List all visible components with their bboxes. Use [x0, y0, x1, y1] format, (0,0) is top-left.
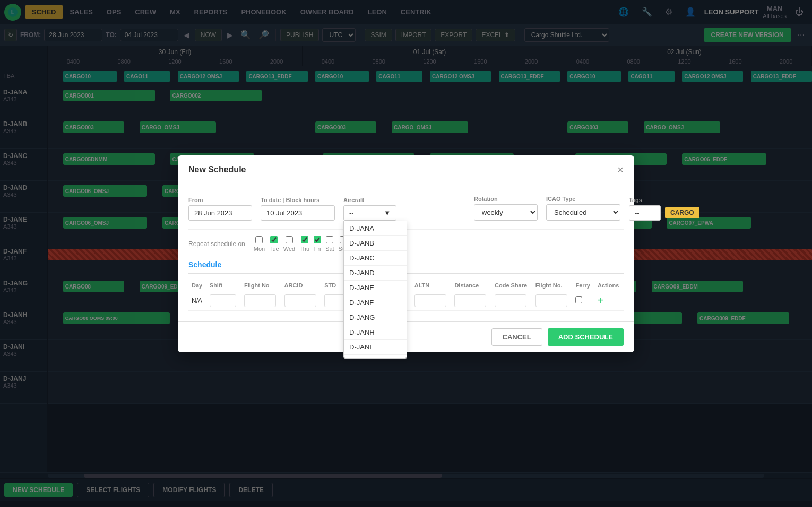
- icao-type-label: ICAO Type: [546, 196, 620, 202]
- to-date-group: To date | Block hours: [261, 197, 335, 221]
- dropdown-option-jane[interactable]: D-JANE: [344, 281, 407, 295]
- col-arcid: ARCID: [281, 280, 322, 291]
- add-schedule-button[interactable]: ADD SCHEDULE: [548, 328, 624, 346]
- dropdown-option-jana[interactable]: D-JANA: [344, 221, 407, 236]
- day-checkbox-tue[interactable]: [270, 236, 278, 243]
- tags-input[interactable]: [629, 205, 661, 221]
- cell-day: N/A: [188, 291, 206, 310]
- code-share-input[interactable]: [495, 294, 526, 307]
- aircraft-dropdown-arrow: ▼: [384, 209, 391, 217]
- modal-body: From To date | Block hours Aircraft -- ▼…: [178, 185, 634, 321]
- aircraft-dropdown-list[interactable]: D-JANA D-JANB D-JANC D-JAND D-JANE D-JAN…: [343, 221, 407, 359]
- col-altn: ALTN: [411, 280, 452, 291]
- col-day: Day: [188, 280, 206, 291]
- day-label-thu: Thu: [299, 246, 309, 252]
- day-check-tue: Tue: [269, 236, 279, 252]
- dropdown-option-jani[interactable]: D-JANI: [344, 340, 407, 355]
- col-shift: Shift: [206, 280, 241, 291]
- rotation-group: Rotation weekly: [474, 196, 538, 221]
- day-checkbox-sat[interactable]: [326, 236, 333, 243]
- to-date-field-label: To date | Block hours: [261, 197, 335, 203]
- cancel-button[interactable]: CANCEL: [491, 328, 542, 346]
- from-field-label: From: [188, 197, 252, 203]
- col-actions: Actions: [594, 280, 624, 291]
- day-checkbox-thu[interactable]: [301, 236, 308, 243]
- cell-ferry: [572, 291, 594, 310]
- dropdown-option-jand[interactable]: D-JAND: [344, 266, 407, 281]
- day-check-thu: Thu: [299, 236, 309, 252]
- dropdown-option-janf[interactable]: D-JANF: [344, 295, 407, 310]
- day-label-tue: Tue: [269, 246, 279, 252]
- aircraft-group: Aircraft -- ▼ D-JANA D-JANB D-JANC D-JAN…: [343, 197, 396, 221]
- day-check-wed: Wed: [283, 236, 295, 252]
- day-label-sat: Sat: [325, 246, 334, 252]
- dropdown-option-janj[interactable]: D-JANJ: [344, 355, 407, 359]
- modal-overlay: New Schedule × From To date | Block hour…: [0, 0, 812, 507]
- tags-label: Tags: [629, 197, 699, 203]
- cell-shift: [206, 291, 241, 310]
- dropdown-option-janb[interactable]: D-JANB: [344, 236, 407, 251]
- modal-close-button[interactable]: ×: [617, 164, 624, 176]
- altn-input[interactable]: [414, 294, 446, 307]
- day-check-mon: Mon: [254, 236, 265, 252]
- col-flight-no: Flight No: [241, 280, 281, 291]
- distance-input[interactable]: [454, 294, 486, 307]
- form-row-1: From To date | Block hours Aircraft -- ▼…: [188, 196, 624, 221]
- add-row-button[interactable]: +: [598, 294, 604, 307]
- ferry-checkbox[interactable]: [575, 296, 582, 303]
- icao-type-select[interactable]: Scheduled: [546, 204, 620, 221]
- day-check-sat: Sat: [325, 236, 334, 252]
- day-check-fri: Fri: [314, 236, 321, 252]
- day-checkbox-fri[interactable]: [314, 236, 321, 243]
- aircraft-selected-value: --: [349, 209, 354, 217]
- rotation-select[interactable]: weekly: [474, 204, 538, 221]
- from-group: From: [188, 197, 252, 221]
- cell-altn: [411, 291, 452, 310]
- tags-group: Tags CARGO: [629, 197, 699, 221]
- day-label-wed: Wed: [283, 246, 295, 252]
- arcid-input[interactable]: [284, 294, 316, 307]
- rotation-label: Rotation: [474, 196, 538, 202]
- dropdown-option-jang[interactable]: D-JANG: [344, 310, 407, 325]
- cell-actions: +: [594, 291, 624, 310]
- new-schedule-modal: New Schedule × From To date | Block hour…: [178, 155, 634, 352]
- cell-flight-no2: [532, 291, 573, 310]
- col-ferry: Ferry: [572, 280, 594, 291]
- col-code-share: Code Share: [491, 280, 532, 291]
- aircraft-field-label: Aircraft: [343, 197, 396, 203]
- day-label-fri: Fri: [314, 246, 321, 252]
- to-date-field[interactable]: [261, 205, 335, 221]
- modal-header: New Schedule ×: [178, 155, 634, 185]
- cell-distance: [451, 291, 491, 310]
- cell-code-share: [491, 291, 532, 310]
- aircraft-dropdown-trigger[interactable]: -- ▼: [343, 205, 396, 221]
- cell-flight-no: [241, 291, 281, 310]
- col-flight-no2: Flight No.: [532, 280, 573, 291]
- shift-input[interactable]: [210, 294, 236, 307]
- cargo-tag: CARGO: [665, 207, 699, 218]
- day-checkbox-mon[interactable]: [255, 236, 263, 243]
- day-checkbox-wed[interactable]: [286, 236, 293, 243]
- day-label-mon: Mon: [254, 246, 265, 252]
- icao-type-group: ICAO Type Scheduled: [546, 196, 620, 221]
- col-distance: Distance: [451, 280, 491, 291]
- flight-no-input[interactable]: [244, 294, 276, 307]
- cell-arcid: [281, 291, 322, 310]
- dropdown-option-janc[interactable]: D-JANC: [344, 251, 407, 266]
- repeat-schedule-label: Repeat schedule on: [188, 240, 245, 248]
- dropdown-option-janh[interactable]: D-JANH: [344, 325, 407, 340]
- flight-no2-input[interactable]: [535, 294, 567, 307]
- from-date-field[interactable]: [188, 205, 252, 221]
- modal-title: New Schedule: [188, 165, 246, 174]
